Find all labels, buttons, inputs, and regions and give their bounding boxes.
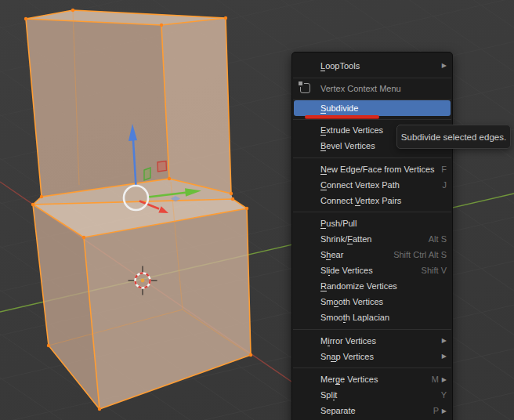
menu-item-slide-vertices[interactable]: Slide VerticesShift V xyxy=(292,262,452,278)
menu-item-new-edge-face-from-vertices[interactable]: New Edge/Face from VerticesF xyxy=(292,161,452,177)
menu-item-randomize-vertices[interactable]: Randomize Vertices xyxy=(292,278,452,294)
vertex-context-menu: LoopTools▶Vertex Context MenuSubdivideEx… xyxy=(291,52,453,420)
menu-item-label: Separate xyxy=(320,406,356,415)
menu-item-shortcut: F xyxy=(436,165,447,174)
menu-item-label: Slide Vertices xyxy=(320,266,373,275)
menu-item-label: Smooth Laplacian xyxy=(320,313,389,322)
annotation-underline xyxy=(305,115,379,119)
menu-item-label: Shear xyxy=(320,250,343,259)
menu-item-shortcut: M xyxy=(427,375,439,384)
tall-box[interactable] xyxy=(26,10,231,197)
submenu-arrow-icon: ▶ xyxy=(440,62,447,69)
vertex-context-icon xyxy=(300,83,310,93)
gizmo-plane-y-handle[interactable] xyxy=(144,168,150,180)
menu-item-subdivide[interactable]: Subdivide xyxy=(294,100,451,116)
menu-header: Vertex Context Menu xyxy=(292,79,452,98)
menu-item-label: LoopTools xyxy=(320,61,360,71)
menu-item-label: Push/Pull xyxy=(320,219,357,228)
menu-item-shortcut: Y xyxy=(436,390,447,400)
menu-item-smooth-vertices[interactable]: Smooth Vertices xyxy=(292,294,452,310)
menu-item-label: Extrude Vertices xyxy=(320,125,383,135)
menu-separator xyxy=(292,208,452,215)
menu-item-label: Smooth Vertices xyxy=(320,297,383,306)
menu-item-label: Mirror Vertices xyxy=(320,336,376,346)
menu-item-label: Bevel Vertices xyxy=(320,141,375,150)
menu-item-mirror-vertices[interactable]: Mirror Vertices▶ xyxy=(292,333,452,349)
menu-item-label: Randomize Vertices xyxy=(320,281,397,291)
submenu-arrow-icon: ▶ xyxy=(440,407,447,415)
menu-item-label: Subdivide xyxy=(320,103,358,113)
menu-separator xyxy=(292,325,452,333)
tall-box-right-face[interactable] xyxy=(161,18,231,194)
submenu-arrow-icon: ▶ xyxy=(440,353,447,360)
tooltip: Subdivide selected edges. xyxy=(396,125,511,149)
menu-item-label: Snap Vertices xyxy=(320,352,374,361)
menu-item-merge-vertices[interactable]: Merge VerticesM▶ xyxy=(292,371,452,387)
menu-item-label: Vertex Context Menu xyxy=(320,84,401,93)
menu-separator xyxy=(292,364,452,371)
submenu-arrow-icon: ▶ xyxy=(440,376,447,383)
submenu-arrow-icon: ▶ xyxy=(440,337,447,344)
menu-item-label: Shrink/Fatten xyxy=(320,234,371,244)
menu-item-connect-vertex-path[interactable]: Connect Vertex PathJ xyxy=(292,177,452,193)
menu-item-label: New Edge/Face from Vertices xyxy=(320,165,435,174)
menu-item-shortcut: Shift V xyxy=(417,266,447,275)
menu-item-split[interactable]: SplitY xyxy=(292,387,452,403)
menu-item-looptools[interactable]: LoopTools▶ xyxy=(292,56,452,75)
lower-cube[interactable] xyxy=(33,179,251,409)
menu-item-connect-vertex-pairs[interactable]: Connect Vertex Pairs xyxy=(292,193,452,208)
menu-item-shortcut: Shift Ctrl Alt S xyxy=(389,250,447,259)
lower-cube-front-face[interactable] xyxy=(84,208,251,409)
menu-item-label: Connect Vertex Pairs xyxy=(320,196,401,205)
menu-item-label: Split xyxy=(320,390,337,400)
gizmo-plane-x-handle[interactable] xyxy=(157,161,167,172)
menu-item-shear[interactable]: ShearShift Ctrl Alt S xyxy=(292,247,452,262)
menu-item-smooth-laplacian[interactable]: Smooth Laplacian xyxy=(292,310,452,325)
menu-item-snap-vertices[interactable]: Snap Vertices▶ xyxy=(292,349,452,364)
menu-item-shortcut: P xyxy=(429,406,439,415)
menu-item-shortcut: J xyxy=(438,180,447,190)
menu-item-separate[interactable]: SeparateP▶ xyxy=(292,403,452,418)
menu-item-label: Merge Vertices xyxy=(320,375,378,384)
menu-item-label: Connect Vertex Path xyxy=(320,180,400,190)
blender-3d-viewport[interactable]: LoopTools▶Vertex Context MenuSubdivideEx… xyxy=(0,0,514,420)
menu-separator xyxy=(292,154,452,161)
tooltip-text: Subdivide selected edges. xyxy=(401,132,506,142)
menu-item-push-pull[interactable]: Push/Pull xyxy=(292,215,452,231)
menu-item-shrink-fatten[interactable]: Shrink/FattenAlt S xyxy=(292,231,452,247)
menu-item-shortcut: Alt S xyxy=(424,234,447,244)
